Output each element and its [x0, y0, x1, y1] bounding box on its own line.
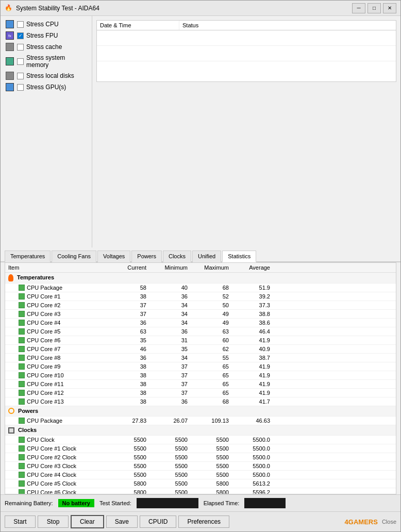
table-row: CPU Core #6 35 31 60 41.9 — [5, 336, 396, 344]
table-row: CPU Core #5 63 36 63 46.4 — [5, 327, 396, 336]
table-row: CPU Core #4 36 34 49 38.6 — [5, 318, 396, 327]
status-bar: Remaining Battery: No battery Test Start… — [1, 494, 400, 511]
disk-icon — [5, 72, 15, 80]
battery-value: No battery — [58, 499, 94, 507]
statistics-table: Item Current Minimum Maximum Average Tem… — [5, 263, 396, 495]
table-row: CPU Package 58 40 68 51.9 — [5, 283, 396, 292]
stress-fpu-item[interactable]: fx Stress FPU — [5, 31, 88, 40]
main-window: 🔥 System Stability Test - AIDA64 ─ □ ✕ S… — [0, 0, 401, 532]
table-row: CPU Core #9 38 37 65 41.9 — [5, 362, 396, 371]
window-controls: ─ □ ✕ — [352, 3, 396, 13]
col-item: Item — [5, 263, 108, 273]
fpu-icon: fx — [5, 31, 15, 40]
table-row: CPU Core #1 38 36 52 39.2 — [5, 292, 396, 301]
tab-cooling-fans[interactable]: Cooling Fans — [52, 251, 96, 262]
stress-memory-label: Stress system memory — [26, 54, 88, 69]
table-row: CPU Core #3 37 34 49 38.8 — [5, 309, 396, 318]
stress-gpu-label: Stress GPU(s) — [26, 84, 66, 91]
table-row: CPU Core #4 Clock 5500 5500 5500 5500.0 — [5, 470, 396, 479]
minimize-button[interactable]: ─ — [352, 3, 365, 13]
stress-cpu-item[interactable]: Stress CPU — [5, 20, 88, 28]
tab-statistics[interactable]: Statistics — [222, 251, 256, 262]
table-row: CPU Core #8 36 34 55 38.7 — [5, 353, 396, 362]
table-row: CPU Core #13 38 36 68 41.7 — [5, 397, 396, 406]
section-row-power: Powers — [5, 406, 396, 416]
table-row: CPU Core #12 38 37 65 41.9 — [5, 388, 396, 397]
app-icon: 🔥 — [5, 4, 13, 12]
stress-disks-label: Stress local disks — [26, 72, 74, 79]
bottom-bar: Start Stop Clear Save CPUID Preferences … — [1, 511, 400, 531]
table-row: CPU Core #1 Clock 5500 5500 5500 5500.0 — [5, 444, 396, 453]
maximize-button[interactable]: □ — [367, 3, 381, 13]
col-minimum: Minimum — [149, 263, 191, 273]
log-header: Date & Time Status — [97, 21, 396, 30]
stress-cpu-label: Stress CPU — [26, 21, 59, 28]
log-area: Date & Time Status — [96, 20, 396, 82]
table-row: CPU Core #2 Clock 5500 5500 5500 5500.0 — [5, 453, 396, 461]
cache-icon — [5, 43, 15, 51]
table-row: CPU Core #2 37 34 50 37.3 — [5, 301, 396, 309]
stress-cpu-checkbox[interactable] — [17, 21, 24, 28]
stress-cache-item[interactable]: Stress cache — [5, 43, 88, 51]
battery-label: Remaining Battery: — [5, 500, 53, 506]
cpuid-button[interactable]: CPUID — [140, 516, 176, 528]
stress-gpu-checkbox[interactable] — [17, 84, 24, 91]
table-row: CPU Core #10 38 37 65 41.9 — [5, 371, 396, 379]
section-row-temp: Temperatures — [5, 272, 396, 283]
log-col-datetime: Date & Time — [97, 21, 179, 30]
table-row: CPU Package 27.83 26.07 109.13 46.63 — [5, 416, 396, 425]
close-link[interactable]: Close — [382, 519, 396, 525]
preferences-button[interactable]: Preferences — [178, 516, 229, 528]
tab-voltages[interactable]: Voltages — [97, 251, 130, 262]
col-current: Current — [108, 263, 149, 273]
tab-powers[interactable]: Powers — [131, 251, 162, 262]
elapsed-value — [244, 498, 286, 508]
col-average: Average — [232, 263, 273, 273]
stress-memory-item[interactable]: Stress system memory — [5, 54, 88, 69]
stress-cache-checkbox[interactable] — [17, 44, 24, 51]
table-row: CPU Clock 5500 5500 5500 5500.0 — [5, 435, 396, 444]
table-row: CPU Core #6 Clock 5800 5500 5800 5596.2 — [5, 488, 396, 494]
stress-fpu-checkbox[interactable] — [17, 32, 24, 39]
stress-memory-checkbox[interactable] — [17, 58, 24, 65]
test-started-value — [137, 498, 198, 508]
col-extra — [273, 263, 396, 273]
cpu-icon — [5, 20, 15, 28]
table-row: CPU Core #3 Clock 5500 5500 5500 5500.0 — [5, 461, 396, 470]
col-maximum: Maximum — [191, 263, 232, 273]
window-title: System Stability Test - AIDA64 — [16, 5, 352, 12]
section-row-clock: Clocks — [5, 425, 396, 435]
tab-temperatures[interactable]: Temperatures — [5, 251, 51, 262]
data-table-container[interactable]: Item Current Minimum Maximum Average Tem… — [5, 262, 396, 495]
start-button[interactable]: Start — [5, 516, 36, 528]
right-panel: Date & Time Status — [92, 16, 400, 247]
main-area: Stress CPU fx Stress FPU Stress cache — [1, 16, 400, 247]
stress-gpu-item[interactable]: Stress GPU(s) — [5, 83, 88, 91]
stress-disks-item[interactable]: Stress local disks — [5, 72, 88, 80]
test-started-label: Test Started: — [99, 500, 131, 506]
stress-disks-checkbox[interactable] — [17, 73, 24, 79]
tabs-bar: Temperatures Cooling Fans Voltages Power… — [1, 250, 400, 262]
close-button[interactable]: ✕ — [383, 3, 396, 13]
stress-cache-label: Stress cache — [26, 43, 62, 51]
table-row: CPU Core #7 46 35 62 40.9 — [5, 344, 396, 353]
stress-fpu-label: Stress FPU — [26, 32, 58, 39]
stop-button[interactable]: Stop — [38, 516, 69, 528]
log-col-status: Status — [179, 21, 396, 30]
memory-icon — [5, 57, 15, 65]
clear-button[interactable]: Clear — [71, 515, 104, 528]
save-button[interactable]: Save — [106, 516, 138, 528]
titlebar: 🔥 System Stability Test - AIDA64 ─ □ ✕ — [1, 1, 400, 16]
watermark: 4GAMERS — [345, 518, 378, 526]
table-row: CPU Core #5 Clock 5800 5500 5800 5613.2 — [5, 479, 396, 488]
stress-options-panel: Stress CPU fx Stress FPU Stress cache — [1, 16, 92, 247]
tab-unified[interactable]: Unified — [192, 251, 221, 262]
elapsed-label: Elapsed Time: — [204, 500, 240, 506]
gpu-icon — [5, 83, 15, 91]
table-row: CPU Core #11 38 37 65 41.9 — [5, 379, 396, 388]
tab-clocks[interactable]: Clocks — [163, 251, 191, 262]
